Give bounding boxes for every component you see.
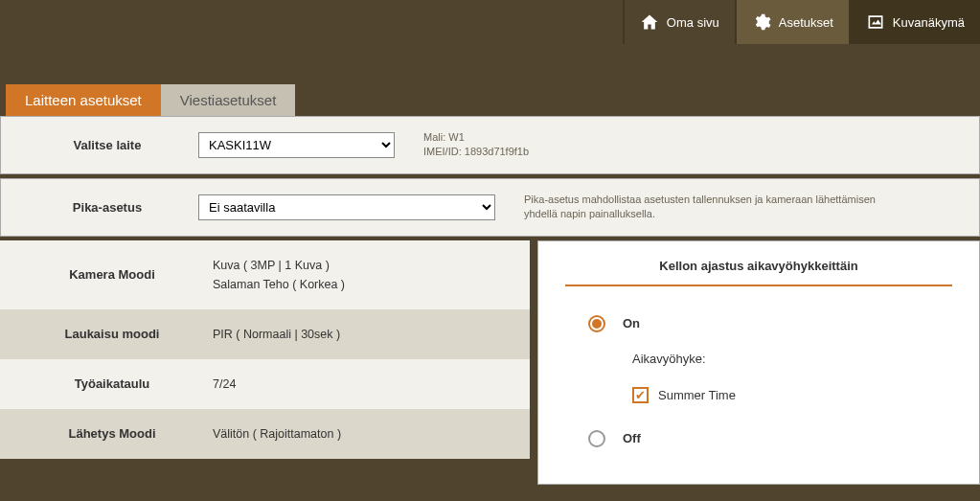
device-select-label: Valitse laite xyxy=(16,138,198,152)
tab-message-settings[interactable]: Viestiasetukset xyxy=(161,84,296,116)
sub-tabs: Laitteen asetukset Viestiasetukset xyxy=(6,84,980,116)
device-select[interactable]: KASKI11W xyxy=(198,132,395,158)
gear-icon xyxy=(752,12,771,32)
check-icon: ✔ xyxy=(635,389,646,401)
nav-settings[interactable]: Asetukset xyxy=(735,0,849,44)
top-nav: Oma sivu Asetukset Kuvanäkymä xyxy=(0,0,980,44)
row-send-mode[interactable]: Lähetys Moodi Välitön ( Rajoittamaton ) xyxy=(0,409,530,459)
radio-on[interactable] xyxy=(588,315,605,332)
radio-off-label: Off xyxy=(623,431,641,445)
device-meta: Mali: W1 IMEI/ID: 1893d71f9f1b xyxy=(423,130,529,160)
quick-setting-select[interactable]: Ei saatavilla xyxy=(198,194,495,220)
home-icon xyxy=(640,12,659,32)
clock-panel: Kellon ajastus aikavyöhykkeittäin On Aik… xyxy=(537,240,980,485)
row-trigger-mode[interactable]: Laukaisu moodi PIR ( Normaali | 30sek ) xyxy=(0,309,530,359)
image-icon xyxy=(866,12,885,32)
row-camera-mode[interactable]: Kamera Moodi Kuva ( 3MP | 1 Kuva ) Salam… xyxy=(0,240,530,309)
summertime-label: Summer Time xyxy=(658,388,736,402)
clock-panel-title: Kellon ajastus aikavyöhykkeittäin xyxy=(565,259,952,273)
radio-on-row[interactable]: On xyxy=(565,315,952,332)
nav-home[interactable]: Oma sivu xyxy=(623,0,735,44)
quick-setting-panel: Pika-asetus Ei saatavilla Pika-asetus ma… xyxy=(0,178,980,237)
row-schedule[interactable]: Työaikataulu 7/24 xyxy=(0,359,530,409)
radio-on-label: On xyxy=(623,316,640,330)
quick-setting-help: Pika-asetus mahdollistaa asetusten talle… xyxy=(524,193,907,222)
tab-device-settings[interactable]: Laitteen asetukset xyxy=(6,84,161,116)
quick-setting-label: Pika-asetus xyxy=(16,200,198,215)
summertime-checkbox[interactable]: ✔ xyxy=(632,387,649,403)
device-select-panel: Valitse laite KASKI11W Mali: W1 IMEI/ID:… xyxy=(0,116,980,174)
divider xyxy=(565,285,952,286)
nav-gallery-label: Kuvanäkymä xyxy=(893,15,965,30)
summertime-row[interactable]: ✔ Summer Time xyxy=(565,387,952,403)
settings-summary: Kamera Moodi Kuva ( 3MP | 1 Kuva ) Salam… xyxy=(0,240,530,485)
nav-home-label: Oma sivu xyxy=(667,15,719,30)
radio-off[interactable] xyxy=(588,430,605,447)
nav-settings-label: Asetukset xyxy=(779,15,833,30)
nav-gallery[interactable]: Kuvanäkymä xyxy=(849,0,980,44)
radio-off-row[interactable]: Off xyxy=(565,430,952,447)
timezone-label: Aikavyöhyke: xyxy=(565,352,952,366)
